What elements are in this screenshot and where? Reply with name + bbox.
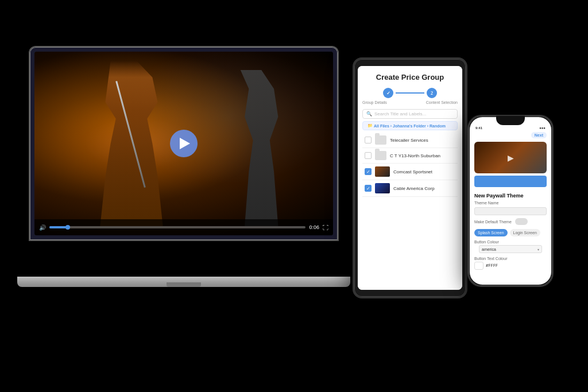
phone-device: 9:41 ●●● Next New Paywall Theme Theme Na… — [467, 115, 554, 287]
phone-tab-splash[interactable]: Splash Screen — [474, 229, 508, 236]
tablet-dialog-title: Create Price Group — [376, 73, 444, 81]
file-item-3[interactable]: ✓ Comcast Sportsnet — [362, 164, 458, 180]
search-input-placeholder: Search Title and Labels... — [374, 111, 426, 117]
file-2-folder-icon — [375, 151, 386, 160]
tablet-device: Create Price Group ✓ 2 Group Details Con… — [353, 57, 467, 298]
phone-next-button[interactable]: Next — [531, 132, 547, 138]
file-1-folder-icon — [375, 135, 386, 145]
breadcrumb-text: All Files › Johanna's Folder › Random — [374, 124, 446, 128]
phone-time: 9:41 — [475, 126, 482, 130]
progress-dot — [65, 225, 70, 230]
phone-button-text-colour-label: Button Text Colour — [474, 257, 547, 261]
phone-video-thumbnail — [474, 142, 547, 173]
main-scene: 🔊 0:06 ⛶ Create Price Group — [0, 0, 588, 392]
tablet-header: Create Price Group — [358, 66, 462, 86]
video-controls-bar: 🔊 0:06 ⛶ — [34, 219, 333, 235]
fullscreen-icon[interactable]: ⛶ — [323, 224, 328, 231]
tablet-screen: Create Price Group ✓ 2 Group Details Con… — [358, 66, 462, 290]
video-progress-bar[interactable] — [49, 226, 305, 228]
laptop-screen-inner: 🔊 0:06 ⛶ — [34, 52, 333, 235]
file-3-thumb — [375, 166, 390, 177]
breadcrumb-home-icon: 📁 — [368, 123, 373, 128]
search-icon: 🔍 — [366, 111, 372, 117]
step-1-label: Group Details — [362, 100, 387, 104]
laptop-notch — [167, 282, 201, 287]
laptop-screen-outer: 🔊 0:06 ⛶ — [29, 46, 339, 241]
phone-button-colour-section: Button Colour america ▾ — [470, 239, 551, 255]
phone-theme-name-input[interactable] — [474, 207, 547, 215]
time-display: 0:06 — [309, 224, 319, 230]
file-4-thumb — [375, 183, 390, 193]
phone-status-bar: 9:41 ●●● — [470, 125, 551, 131]
step-2-label: Content Selection — [426, 100, 458, 104]
phone-default-theme-label: Make Default Theme — [474, 220, 512, 224]
phone-screen: 9:41 ●●● Next New Paywall Theme Theme Na… — [470, 117, 551, 285]
phone-tab-buttons: Splash Screen Login Screen — [470, 229, 551, 236]
phone-notch — [496, 116, 525, 125]
phone-nav-bar: Next — [470, 131, 551, 141]
phone-action-button[interactable] — [474, 176, 547, 187]
phone-content: 9:41 ●●● Next New Paywall Theme Theme Na… — [470, 117, 551, 285]
file-item-4[interactable]: ✓ Cable America Corp — [362, 180, 458, 197]
file-1-checkbox[interactable] — [365, 137, 372, 143]
laptop-base — [17, 277, 350, 287]
file-list: Telecaller Services C T Y13-North Suburb… — [358, 133, 462, 197]
guitarist-figure — [219, 70, 303, 226]
volume-icon[interactable]: 🔊 — [39, 224, 46, 231]
singer-figure — [79, 61, 184, 226]
video-content: 🔊 0:06 ⛶ — [34, 52, 333, 235]
file-2-checkbox[interactable] — [365, 152, 372, 159]
search-bar[interactable]: 🔍 Search Title and Labels... — [362, 109, 458, 119]
step-2-circle: 2 — [427, 88, 437, 98]
phone-button-colour-label: Button Colour — [474, 240, 547, 244]
phone-colour-hex: #FFFF — [486, 263, 498, 268]
file-1-name: Telecaller Services — [390, 138, 455, 143]
file-3-name: Comcast Sportsnet — [393, 169, 455, 174]
phone-signal: ●●● — [539, 126, 546, 130]
chevron-down-icon: ▾ — [537, 247, 539, 251]
file-3-checkbox[interactable]: ✓ — [365, 168, 372, 175]
phone-tab-login[interactable]: Login Screen — [510, 229, 540, 236]
phone-section-title: New Paywall Theme — [470, 189, 551, 200]
phone-default-theme-toggle[interactable] — [515, 218, 528, 225]
phone-colour-swatch[interactable] — [474, 262, 483, 270]
file-item-1[interactable]: Telecaller Services — [362, 133, 458, 148]
step-labels: Group Details Content Selection — [358, 100, 462, 107]
phone-button-text-colour-section: Button Text Colour #FFFF — [470, 255, 551, 271]
phone-button-colour-value: america — [482, 247, 496, 251]
phone-default-theme-row: Make Default Theme — [470, 216, 551, 227]
file-4-name: Cable America Corp — [393, 186, 455, 191]
tablet-content: Create Price Group ✓ 2 Group Details Con… — [358, 66, 462, 290]
phone-button-colour-select[interactable]: america ▾ — [479, 245, 542, 253]
file-2-name: C T Y13-North Suburban — [390, 153, 455, 158]
file-4-checkbox[interactable]: ✓ — [365, 185, 372, 192]
phone-button-text-colour-row: #FFFF — [474, 262, 547, 270]
breadcrumb-bar: 📁 All Files › Johanna's Folder › Random — [362, 121, 458, 130]
step-1-circle: ✓ — [383, 88, 393, 98]
laptop-device: 🔊 0:06 ⛶ — [29, 46, 350, 287]
play-button[interactable] — [170, 130, 198, 157]
phone-theme-name-label: Theme Name — [470, 200, 551, 206]
file-item-2[interactable]: C T Y13-North Suburban — [362, 148, 458, 164]
steps-indicator: ✓ 2 — [358, 86, 462, 100]
step-line — [396, 92, 424, 94]
